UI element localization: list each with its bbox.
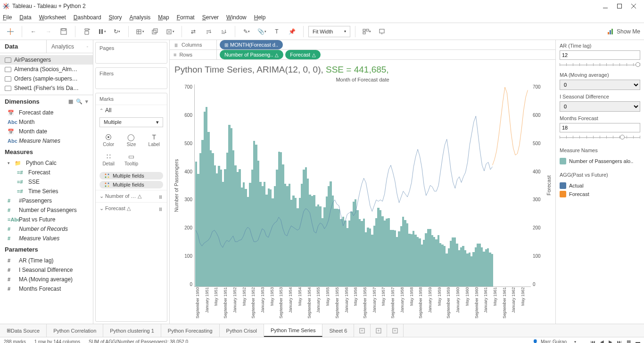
datasource-item[interactable]: Orders (sample-supers… xyxy=(0,74,93,83)
measure-field[interactable]: #Number of Passengers xyxy=(0,205,93,215)
menu-worksheet[interactable]: Worksheet xyxy=(39,14,66,21)
datasource-item[interactable]: AirPassengers xyxy=(0,55,93,65)
pages-shelf[interactable]: Pages xyxy=(95,42,167,64)
legend-item[interactable]: Number of Passengers alo.. xyxy=(560,157,640,165)
sheet-tab[interactable]: ⊞ Data Source xyxy=(0,324,47,337)
marks-chip[interactable]: Multiple fields xyxy=(99,181,163,188)
marks-detail[interactable]: ∷Detail xyxy=(98,150,119,169)
menu-dashboard[interactable]: Dashboard xyxy=(74,14,101,21)
menu-icon[interactable]: ▾ xyxy=(85,98,88,105)
measure-field[interactable]: #Measure Values xyxy=(0,234,93,243)
marks-type-dropdown[interactable]: Multiple▾ xyxy=(99,117,163,127)
param-ar-slider[interactable] xyxy=(560,62,640,68)
view-icon[interactable]: ▦ xyxy=(68,98,73,105)
dimension-field[interactable]: AbcMeasure Names xyxy=(0,136,93,146)
presentation-button[interactable] xyxy=(375,25,388,38)
tableau-icon[interactable] xyxy=(4,25,17,38)
marks-label[interactable]: TLabel xyxy=(143,131,165,149)
sort-asc-button[interactable] xyxy=(202,25,215,38)
marks-color[interactable]: ⦿Color xyxy=(98,131,119,149)
param-months-slider[interactable] xyxy=(560,134,640,141)
dimension-field[interactable]: 📅Forecast date xyxy=(0,108,93,117)
close-button[interactable] xyxy=(631,3,636,9)
duplicate-button[interactable] xyxy=(149,25,162,38)
save-button[interactable] xyxy=(57,25,70,38)
minimize-button[interactable] xyxy=(603,3,608,9)
view-filmstrip-icon[interactable]: ▬ xyxy=(636,339,640,343)
marks-layer-toggle[interactable]: ⌄ Forecast △⫼ xyxy=(96,202,167,214)
param-ar-input[interactable] xyxy=(560,50,640,60)
swap-button[interactable]: ⇄ xyxy=(187,25,200,38)
back-button[interactable]: ← xyxy=(27,25,40,38)
columns-shelf[interactable]: ⫼Columns ⊞MONTH(Forecast d.. xyxy=(170,40,555,50)
nav-last-icon[interactable]: ⏭ xyxy=(617,339,622,343)
param-months-input[interactable] xyxy=(560,123,640,132)
chart-plot[interactable] xyxy=(194,84,531,287)
measure-field[interactable]: =AbcPast vs Future xyxy=(0,215,93,224)
marks-tooltip[interactable]: ▭Tooltip xyxy=(120,150,142,169)
highlight-button[interactable]: ✎▾ xyxy=(240,25,253,38)
datasource-item[interactable]: Almendra (Socios_Alm… xyxy=(0,65,93,74)
parameter-field[interactable]: #Months Forecast xyxy=(0,284,93,294)
measure-field[interactable]: =#SSE xyxy=(0,177,93,187)
fit-dropdown[interactable]: Fit Width▾ xyxy=(308,26,350,37)
param-ma-select[interactable]: 0 xyxy=(560,80,640,90)
tab-data[interactable]: Data xyxy=(0,40,46,53)
cards-button[interactable]: ▾ xyxy=(360,25,373,38)
marks-all-toggle[interactable]: All xyxy=(96,105,167,115)
shelf-pill[interactable]: ⊞MONTH(Forecast d.. xyxy=(220,40,283,49)
sort-desc-button[interactable] xyxy=(217,25,230,38)
sheet-tab[interactable]: Python Correlation xyxy=(47,324,103,337)
new-datasource-button[interactable]: + xyxy=(80,25,93,38)
menu-analysis[interactable]: Analysis xyxy=(130,14,151,21)
tab-analytics[interactable]: Analytics◦ xyxy=(46,40,93,53)
menu-help[interactable]: Help xyxy=(254,14,266,21)
sheet-tab[interactable]: Python clustering 1 xyxy=(103,324,161,337)
pause-button[interactable]: ▾ xyxy=(95,25,108,38)
shelf-pill[interactable]: Number of Passeng..△ xyxy=(220,50,283,59)
menu-format[interactable]: Format xyxy=(177,14,195,21)
parameter-field[interactable]: #MA (Moving average) xyxy=(0,275,93,284)
dimension-field[interactable]: AbcMonth xyxy=(0,117,93,127)
menu-window[interactable]: Window xyxy=(226,14,247,21)
new-worksheet-button[interactable]: ▾ xyxy=(133,25,147,38)
search-icon[interactable]: 🔍 xyxy=(76,98,83,105)
show-me-button[interactable]: Show Me xyxy=(607,28,640,35)
legend-item[interactable]: Forecast xyxy=(560,190,640,198)
label-button[interactable]: T xyxy=(270,25,283,38)
parameter-field[interactable]: #AR (Time lag) xyxy=(0,256,93,265)
marks-size[interactable]: ◯Size xyxy=(120,131,142,149)
measures-folder[interactable]: 📁Python Calc xyxy=(0,158,93,168)
rows-shelf[interactable]: ≡Rows Number of Passeng..△Forecast△ xyxy=(170,50,555,60)
refresh-button[interactable]: ↻▾ xyxy=(110,25,124,38)
datasource-item[interactable]: Sheet1 (Fisher's Iris Da… xyxy=(0,83,93,93)
menu-map[interactable]: Map xyxy=(158,14,169,21)
dimension-field[interactable]: 📅Month date xyxy=(0,127,93,136)
forward-button[interactable]: → xyxy=(42,25,55,38)
nav-prev-icon[interactable]: ◀ xyxy=(600,339,604,343)
pin-button[interactable]: 📌 xyxy=(285,25,298,38)
nav-next-icon[interactable]: ▶ xyxy=(609,339,612,343)
measure-field[interactable]: =#Time Series xyxy=(0,187,93,196)
marks-layer-toggle[interactable]: ⌄ Number of … △⫼ xyxy=(96,190,167,202)
clear-button[interactable]: ▾ xyxy=(164,25,177,38)
menu-file[interactable]: File xyxy=(3,14,12,21)
menu-story[interactable]: Story xyxy=(109,14,122,21)
param-seasonal-select[interactable]: 0 xyxy=(560,101,640,112)
filters-shelf[interactable]: Filters xyxy=(95,67,167,89)
measure-field[interactable]: ##Passengers xyxy=(0,196,93,205)
menu-data[interactable]: Data xyxy=(19,14,31,21)
view-tabs-icon[interactable]: ▦ xyxy=(627,339,631,343)
chart-bar[interactable] xyxy=(491,254,493,286)
menu-server[interactable]: Server xyxy=(202,14,219,21)
nav-first-icon[interactable]: ⏮ xyxy=(591,339,595,343)
parameter-field[interactable]: #I Seasonal Difference xyxy=(0,265,93,275)
marks-chip[interactable]: Multiple fields xyxy=(99,172,163,180)
legend-item[interactable]: Actual xyxy=(560,181,640,190)
measure-field[interactable]: =#Forecast xyxy=(0,168,93,177)
maximize-button[interactable] xyxy=(617,3,622,9)
shelf-pill[interactable]: Forecast△ xyxy=(285,50,321,59)
user-dropdown[interactable]: 👤Marc Guirao▾ xyxy=(529,338,586,343)
measure-field[interactable]: #Number of Records xyxy=(0,224,93,234)
group-button[interactable]: 📎▾ xyxy=(255,25,268,38)
